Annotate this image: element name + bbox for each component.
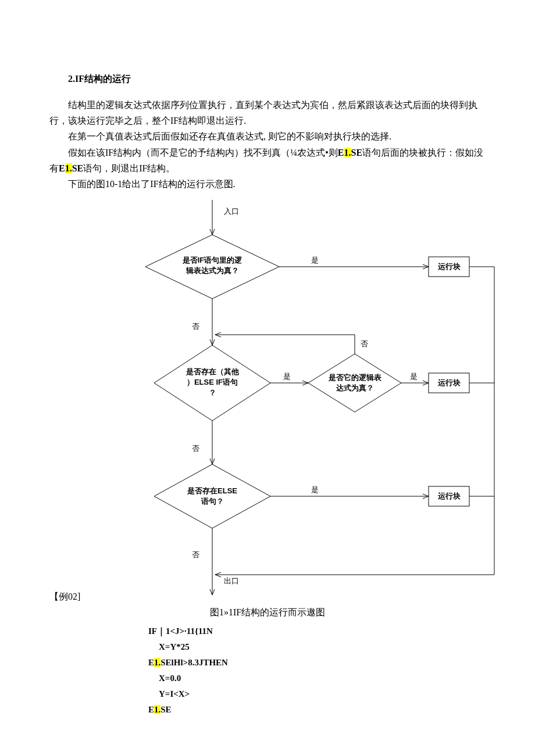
code-l3-hl: 1. <box>154 658 160 667</box>
flowchart-svg: 入口 是否IF语句里的逻 辑表达式为真？ 是 运行块 否 是否存在（其他 ）EL… <box>137 200 509 595</box>
d2-line1: 是否存在（其他 <box>186 367 240 376</box>
label-entry: 入口 <box>224 207 239 216</box>
code-l6-c: SE <box>160 705 171 714</box>
p3-bold-2b: SE <box>72 163 84 173</box>
p3-bold-2a: E <box>59 163 65 173</box>
code-block: IF｜1<J>·11{11N X=Y*25 E1.SElHl>8.3JTHEN … <box>148 624 486 718</box>
label-exit: 出口 <box>224 576 239 585</box>
run2: 运行块 <box>437 378 461 387</box>
d1-line2: 辑表达式为真？ <box>186 266 239 275</box>
d1-line1: 是否IF语句里的逻 <box>182 256 242 264</box>
code-line-5: Y=I<X> <box>148 686 486 702</box>
d4-line1: 是否存在ELSE <box>187 486 237 495</box>
code-l6-a: E <box>148 705 154 714</box>
p3-highlight-2: 1. <box>65 163 72 173</box>
p3-text-e: 语句，则退出IF结构。 <box>83 163 175 173</box>
d1-no: 否 <box>192 322 199 331</box>
run3: 运行块 <box>437 492 461 500</box>
d1-yes: 是 <box>311 256 319 264</box>
code-line-6: E1.SE <box>148 702 486 718</box>
code-line-3: E1.SElHl>8.3JTHEN <box>148 655 486 671</box>
p3-bold-1a: E <box>338 148 344 157</box>
code-line-1: IF｜1<J>·11{11N <box>148 624 486 639</box>
d3-yes: 是 <box>410 372 418 381</box>
d2-line3: ？ <box>209 388 216 397</box>
p3-text-a: 假如在该IF结构内（而不是它的予结构内）找不到真（¼农达式•则 <box>68 148 338 157</box>
svg-marker-11 <box>154 464 270 528</box>
svg-marker-7 <box>308 354 401 412</box>
d3-line2: 达式为真？ <box>336 384 374 392</box>
paragraph-1: 结构里的逻辑友达式依据序列位置执行，直到某个表达式为宾伯，然后紧跟该表达式后面的… <box>49 97 486 128</box>
d4-no: 否 <box>192 550 199 559</box>
paragraph-4: 下面的图10-1给出了IF结构的运行示意图. <box>49 176 486 192</box>
section-heading: 2.IF结构的运行 <box>49 73 486 85</box>
p3-bold-1b: SE <box>351 148 363 157</box>
d2-yes: 是 <box>283 372 291 381</box>
run1: 运行块 <box>437 262 461 271</box>
d4-yes: 是 <box>311 485 319 494</box>
figure-caption: 图1»1IF结构的运行而示遨图 <box>49 607 486 619</box>
code-line-2: X=Y*25 <box>148 639 486 655</box>
paragraph-3: 假如在该IF结构内（而不是它的予结构内）找不到真（¼农达式•则E1.SE语句后面… <box>49 145 486 176</box>
code-l6-hl: 1. <box>154 705 160 714</box>
d2-no: 否 <box>192 444 199 453</box>
code-l3-c: SElHl>8.3JTHEN <box>160 658 228 667</box>
d3-line1: 是否它的逻辑表 <box>328 373 382 382</box>
p3-highlight-1: 1. <box>344 148 351 157</box>
flowchart: 入口 是否IF语句里的逻 辑表达式为真？ 是 运行块 否 是否存在（其他 ）EL… <box>137 200 509 597</box>
d3-no: 否 <box>361 339 368 348</box>
code-line-4: X=0.0 <box>148 671 486 686</box>
paragraph-2: 在第一个真值表达式后面假如还存在真值表达式, 则它的不影响对执行块的选择. <box>49 128 486 144</box>
d2-line2: ）ELSE IF语句 <box>187 378 238 386</box>
code-l3-a: E <box>148 658 154 667</box>
d4-line2: 语句？ <box>201 497 224 506</box>
